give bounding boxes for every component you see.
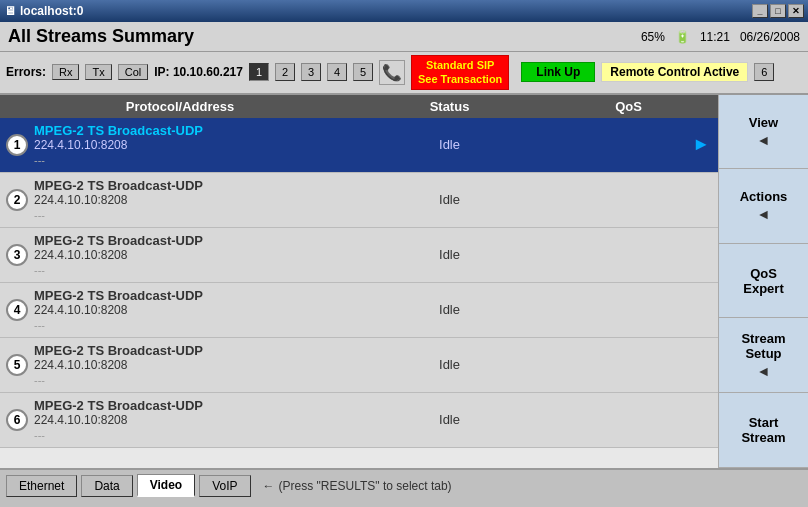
- selected-arrow: ►: [692, 134, 710, 155]
- remote-control-status: Remote Control Active: [601, 62, 748, 82]
- tab-1[interactable]: 1: [249, 63, 269, 81]
- view-arrow: ◄: [757, 132, 771, 148]
- stream-setup-label: StreamSetup: [741, 331, 785, 361]
- stream-status: Idle: [360, 412, 539, 427]
- stream-status: Idle: [360, 357, 539, 372]
- page-title: All Streams Summary: [8, 26, 194, 47]
- title-bar-left: 🖥 localhost:0: [4, 4, 83, 18]
- stream-info: MPEG-2 TS Broadcast-UDP 224.4.10.10:8208…: [34, 233, 203, 276]
- stream-cell-left: 5 MPEG-2 TS Broadcast-UDP 224.4.10.10:82…: [0, 339, 360, 390]
- errors-label: Errors:: [6, 65, 46, 79]
- tab-video[interactable]: Video: [137, 474, 195, 497]
- stream-number: 2: [6, 189, 28, 211]
- actions-label: Actions: [740, 189, 788, 204]
- bottom-hint: ← (Press "RESULTS" to select tab): [263, 479, 452, 493]
- tab-4[interactable]: 4: [327, 63, 347, 81]
- stream-info: MPEG-2 TS Broadcast-UDP 224.4.10.10:8208…: [34, 123, 203, 166]
- battery-level: 65%: [641, 30, 665, 44]
- stream-dashes: ---: [34, 429, 203, 441]
- close-button[interactable]: ✕: [788, 4, 804, 18]
- stream-cell-left: 6 MPEG-2 TS Broadcast-UDP 224.4.10.10:82…: [0, 394, 360, 445]
- stream-status: Idle: [360, 192, 539, 207]
- tab-6[interactable]: 6: [754, 63, 774, 81]
- tab-ethernet[interactable]: Ethernet: [6, 475, 77, 497]
- stream-status: Idle: [360, 302, 539, 317]
- stream-address: 224.4.10.10:8208: [34, 303, 203, 317]
- title-bar: 🖥 localhost:0 _ □ ✕: [0, 0, 808, 22]
- window-controls: _ □ ✕: [752, 4, 804, 18]
- minimize-button[interactable]: _: [752, 4, 768, 18]
- stream-info: MPEG-2 TS Broadcast-UDP 224.4.10.10:8208…: [34, 343, 203, 386]
- streams-table: Protocol/Address Status QoS 1 MPEG-2 TS …: [0, 95, 718, 468]
- stream-address: 224.4.10.10:8208: [34, 413, 203, 427]
- tab-voip[interactable]: VoIP: [199, 475, 250, 497]
- start-stream-button[interactable]: StartStream: [719, 393, 808, 468]
- phone-icon: 📞: [379, 60, 405, 85]
- stream-setup-button[interactable]: StreamSetup ◄: [719, 318, 808, 393]
- col-protocol: Protocol/Address: [0, 99, 360, 114]
- hint-text: (Press "RESULTS" to select tab): [279, 479, 452, 493]
- ip-address: IP: 10.10.60.217: [154, 65, 243, 79]
- tab-3[interactable]: 3: [301, 63, 321, 81]
- stream-status: Idle: [360, 247, 539, 262]
- table-row[interactable]: 2 MPEG-2 TS Broadcast-UDP 224.4.10.10:82…: [0, 173, 718, 228]
- stream-protocol: MPEG-2 TS Broadcast-UDP: [34, 343, 203, 358]
- table-row[interactable]: 1 MPEG-2 TS Broadcast-UDP 224.4.10.10:82…: [0, 118, 718, 173]
- start-stream-label: StartStream: [741, 415, 785, 445]
- status-bar: Errors: Rx Tx Col IP: 10.10.60.217 1 2 3…: [0, 52, 808, 95]
- stream-cell-left: 4 MPEG-2 TS Broadcast-UDP 224.4.10.10:82…: [0, 284, 360, 335]
- col-qos: QoS: [539, 99, 718, 114]
- stream-cell-left: 2 MPEG-2 TS Broadcast-UDP 224.4.10.10:82…: [0, 174, 360, 225]
- main-header: All Streams Summary 65% 🔋 11:21 06/26/20…: [0, 22, 808, 52]
- arrow-left-icon: ←: [263, 479, 275, 493]
- stream-protocol: MPEG-2 TS Broadcast-UDP: [34, 233, 203, 248]
- stream-address: 224.4.10.10:8208: [34, 358, 203, 372]
- table-row[interactable]: 6 MPEG-2 TS Broadcast-UDP 224.4.10.10:82…: [0, 393, 718, 448]
- stream-protocol: MPEG-2 TS Broadcast-UDP: [34, 398, 203, 413]
- app-icon: 🖥: [4, 4, 16, 18]
- stream-number: 3: [6, 244, 28, 266]
- stream-protocol: MPEG-2 TS Broadcast-UDP: [34, 178, 203, 193]
- table-row[interactable]: 3 MPEG-2 TS Broadcast-UDP 224.4.10.10:82…: [0, 228, 718, 283]
- stream-cell-left: 3 MPEG-2 TS Broadcast-UDP 224.4.10.10:82…: [0, 229, 360, 280]
- window-title: localhost:0: [20, 4, 83, 18]
- header-info: 65% 🔋 11:21 06/26/2008: [641, 30, 800, 44]
- tab-2[interactable]: 2: [275, 63, 295, 81]
- stream-dashes: ---: [34, 154, 203, 166]
- content-area: Protocol/Address Status QoS 1 MPEG-2 TS …: [0, 95, 808, 468]
- sip-badge: Standard SIP See Transaction: [411, 55, 509, 90]
- table-header: Protocol/Address Status QoS: [0, 95, 718, 118]
- stream-dashes: ---: [34, 264, 203, 276]
- stream-protocol: MPEG-2 TS Broadcast-UDP: [34, 123, 203, 138]
- maximize-button[interactable]: □: [770, 4, 786, 18]
- table-row[interactable]: 4 MPEG-2 TS Broadcast-UDP 224.4.10.10:82…: [0, 283, 718, 338]
- stream-info: MPEG-2 TS Broadcast-UDP 224.4.10.10:8208…: [34, 288, 203, 331]
- stream-address: 224.4.10.10:8208: [34, 248, 203, 262]
- table-row[interactable]: 5 MPEG-2 TS Broadcast-UDP 224.4.10.10:82…: [0, 338, 718, 393]
- stream-dashes: ---: [34, 209, 203, 221]
- tab-5[interactable]: 5: [353, 63, 373, 81]
- actions-arrow: ◄: [757, 206, 771, 222]
- view-button[interactable]: View ◄: [719, 95, 808, 170]
- stream-status: Idle: [360, 137, 539, 152]
- rx-button[interactable]: Rx: [52, 64, 79, 80]
- qos-expert-label: QoSExpert: [743, 266, 783, 296]
- col-button[interactable]: Col: [118, 64, 149, 80]
- qos-expert-button[interactable]: QoSExpert: [719, 244, 808, 319]
- stream-address: 224.4.10.10:8208: [34, 138, 203, 152]
- battery-icon: 🔋: [675, 30, 690, 44]
- stream-protocol: MPEG-2 TS Broadcast-UDP: [34, 288, 203, 303]
- stream-dashes: ---: [34, 374, 203, 386]
- actions-button[interactable]: Actions ◄: [719, 169, 808, 244]
- stream-cell-left: 1 MPEG-2 TS Broadcast-UDP 224.4.10.10:82…: [0, 119, 360, 170]
- stream-number: 1: [6, 134, 28, 156]
- stream-number: 4: [6, 299, 28, 321]
- link-status: Link Up: [521, 62, 595, 82]
- tx-button[interactable]: Tx: [85, 64, 111, 80]
- stream-info: MPEG-2 TS Broadcast-UDP 224.4.10.10:8208…: [34, 178, 203, 221]
- bottom-tabs: Ethernet Data Video VoIP ← (Press "RESUL…: [0, 468, 808, 502]
- tab-data[interactable]: Data: [81, 475, 132, 497]
- view-label: View: [749, 115, 778, 130]
- current-date: 06/26/2008: [740, 30, 800, 44]
- col-status: Status: [360, 99, 539, 114]
